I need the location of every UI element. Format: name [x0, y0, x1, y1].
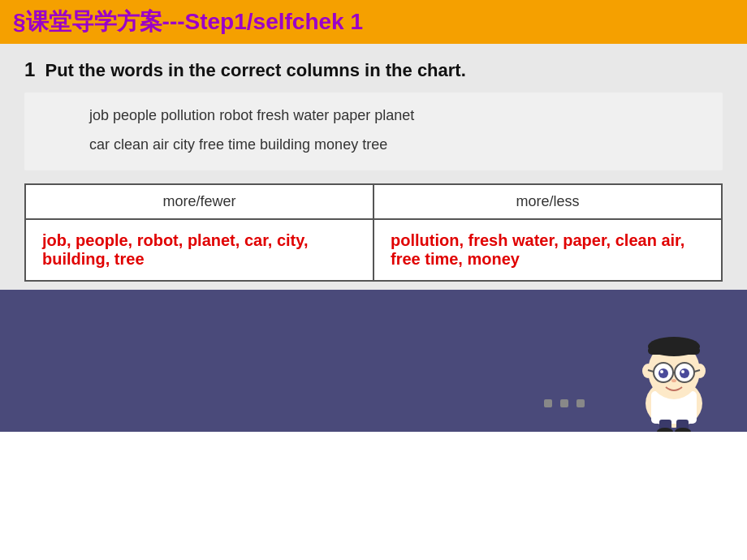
question-text: Put the words in the correct columns in … — [45, 60, 465, 80]
header-title: §课堂导学方案---Step1/selfchek 1 — [13, 6, 363, 37]
svg-point-10 — [680, 368, 689, 378]
col1-content: job, people, robot, planet, car, city, b… — [25, 219, 374, 281]
svg-point-9 — [658, 368, 668, 378]
word-bank-row1: job people pollution robot fresh water p… — [89, 101, 706, 130]
dot2 — [560, 399, 568, 407]
col2-header: more/less — [374, 184, 722, 219]
main-content: 1 Put the words in the correct columns i… — [0, 44, 747, 290]
bottom-section — [0, 290, 747, 432]
svg-point-16 — [671, 379, 676, 382]
question-label: 1 Put the words in the correct columns i… — [24, 58, 723, 81]
svg-point-12 — [681, 370, 684, 373]
dot1 — [544, 399, 552, 407]
svg-rect-4 — [648, 347, 700, 355]
dot3 — [576, 399, 585, 407]
word-bank: job people pollution robot fresh water p… — [24, 93, 723, 170]
header: §课堂导学方案---Step1/selfchek 1 — [0, 0, 747, 44]
svg-point-11 — [660, 370, 663, 373]
character-svg — [617, 306, 731, 432]
chart-table: more/fewer more/less job, people, robot,… — [24, 183, 723, 282]
col2-content: pollution, fresh water, paper, clean air… — [374, 219, 722, 281]
question-number: 1 — [24, 58, 35, 80]
dots-decoration — [544, 399, 585, 407]
word-bank-row2: car clean air city free time building mo… — [89, 130, 706, 159]
cartoon-character — [617, 306, 731, 432]
col1-header: more/fewer — [25, 184, 374, 219]
